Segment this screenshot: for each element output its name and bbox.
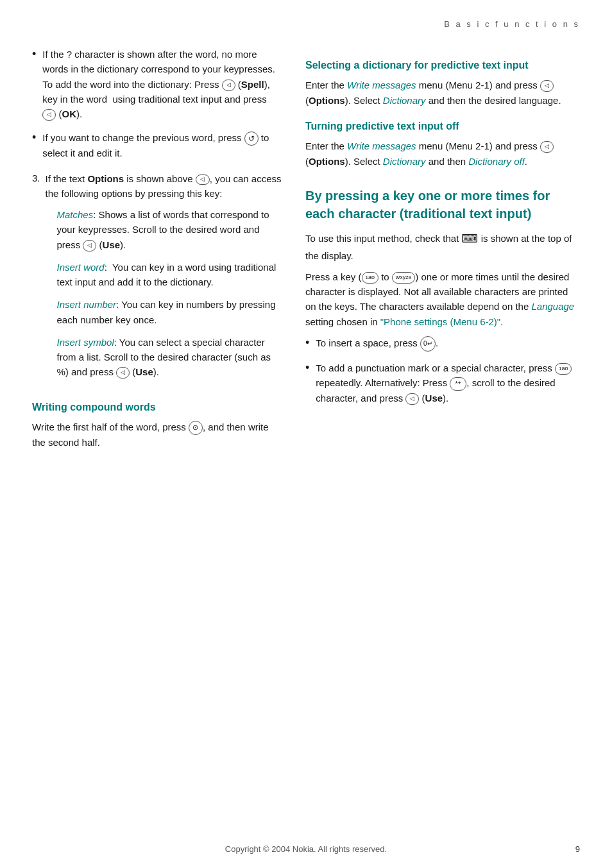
writing-compound-heading: Writing compound words [32,400,282,414]
bullet-dot: • [305,359,309,405]
dictionary-italic2: Dictionary [383,156,426,167]
list-text: If the text Options is shown above ◁, yo… [46,171,282,387]
options-bold: Options [87,173,124,184]
options-menu-icon1: ◁ [540,80,554,92]
abc-icon: ⌨ [461,232,478,245]
dictionary-italic1: Dictionary [383,95,426,106]
ok-button-icon: ◁ [42,109,56,121]
bullet-text: If the ? character is shown after the wo… [42,47,282,121]
options-label2: Options [309,156,345,167]
zero-key-icon: 0↵ [420,336,436,352]
options-label1: Options [309,95,345,106]
use-btn-icon: ◁ [83,240,96,251]
write-messages-italic2: Write messages [347,140,416,151]
section-traditional-heading: By pressing a key one or more times for … [305,187,580,223]
sub-item-insertnumber: Insert number: You can key in numbers by… [57,297,282,327]
options-menu-icon2: ◁ [540,141,554,153]
section-traditional-para2: Press a key (1ao to wxyz9) one or more t… [305,269,580,329]
two-column-layout: • If the ? character is shown after the … [32,47,580,456]
page-header: B a s i c f u n c t i o n s [32,19,580,29]
section-traditional-para1: To use this input method, check that ⌨ i… [305,230,580,263]
footer-page-number: 9 [575,844,580,854]
star-key-icon: *+ [450,377,466,391]
key-1b-icon: 1ao [555,363,572,375]
section-turnoff: Turning predictive text input off Enter … [305,119,580,169]
key-1-icon: 1ao [362,272,378,284]
section-dictionary-heading: Selecting a dictionary for predictive te… [305,58,580,72]
back-key-icon: ↺ [244,132,259,146]
bullet-text-punct: To add a punctuation mark or a special c… [316,361,580,405]
section-traditional: By pressing a key one or more times for … [305,187,580,405]
sub-items: Matches: Shows a list of words that corr… [57,207,282,380]
sub-item-insertsymbol: Insert symbol: You can select a special … [57,335,282,380]
use-label2: Use [135,366,153,377]
spell-label: Spell [241,79,264,90]
footer-copyright: Copyright © 2004 Nokia. All rights reser… [0,844,612,854]
right-column: Selecting a dictionary for predictive te… [305,47,580,456]
section-dictionary: Selecting a dictionary for predictive te… [305,58,580,108]
language-italic: Language [531,301,574,312]
bullet-text: If you want to change the previous word,… [42,130,282,160]
insert-word-label: Insert word [57,262,105,273]
write-messages-italic1: Write messages [347,80,416,90]
writing-compound-section: Writing compound words Write the first h… [32,400,282,450]
insert-number-label: Insert number [57,299,117,310]
key-9-icon: wxyz9 [392,272,415,284]
bullet-dot: • [32,129,36,160]
phone-settings-link[interactable]: "Phone settings (Menu 6-2)" [380,316,500,327]
spell-button-icon: ◁ [222,80,235,91]
list-item: • If the ? character is shown after the … [32,47,282,121]
bullet-text-space: To insert a space, press 0↵. [316,336,438,352]
matches-label: Matches [57,209,94,220]
list-item-space: • To insert a space, press 0↵. [305,336,580,352]
insert-symbol-label: Insert symbol [57,337,114,348]
use-label: Use [103,239,121,250]
list-item-3: 3. If the text Options is shown above ◁,… [32,171,282,387]
sub-item-insertword: Insert word: You can key in a word using… [57,260,282,290]
bullet-dot: • [32,46,36,121]
list-item-punct: • To add a punctuation mark or a special… [305,361,580,405]
page-container: B a s i c f u n c t i o n s • If the ? c… [0,0,612,868]
bullet-dot: • [305,334,309,352]
bullet-list-traditional: • To insert a space, press 0↵. • To add … [305,336,580,405]
list-item: • If you want to change the previous wor… [32,130,282,160]
bullet-list-top: • If the ? character is shown after the … [32,47,282,161]
section-dictionary-body: Enter the Write messages menu (Menu 2-1)… [305,78,580,108]
use-menu-icon3: ◁ [405,393,419,405]
writing-compound-text: Write the first half of the word, press … [32,420,282,450]
use-btn-icon2: ◁ [116,367,130,379]
sub-item-matches: Matches: Shows a list of words that corr… [57,207,282,252]
ok-label: OK [62,108,76,119]
section-turnoff-body: Enter the Write messages menu (Menu 2-1)… [305,139,580,169]
left-column: • If the ? character is shown after the … [32,47,282,456]
menu-icon: ◁ [196,174,210,185]
section-turnoff-heading: Turning predictive text input off [305,119,580,133]
numbered-list: 3. If the text Options is shown above ◁,… [32,171,282,387]
navigate-icon: ⊙ [189,421,203,435]
use-label3: Use [425,393,443,404]
dictionary-off-italic: Dictionary off [468,156,525,167]
list-number: 3. [32,171,40,387]
